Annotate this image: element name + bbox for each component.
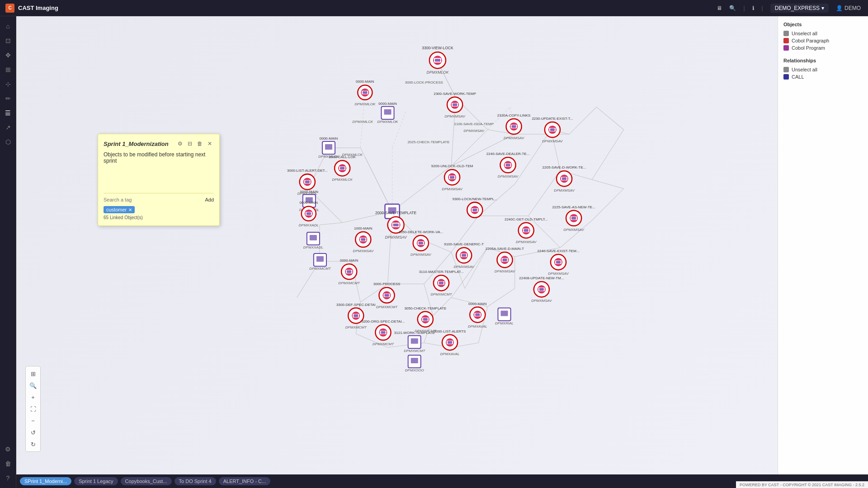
- relationships-section: Relationships Unselect all CALL: [783, 58, 863, 80]
- unselect-all-label: Unselect all: [792, 31, 817, 36]
- monitor-icon: 🖥: [717, 5, 722, 11]
- note-close-btn[interactable]: ✕: [206, 140, 214, 148]
- svg-line-43: [569, 107, 596, 134]
- cobol-prog-item[interactable]: Cobol Program: [783, 45, 863, 51]
- svg-rect-71: [384, 109, 391, 115]
- cobol-prog-color-box: [783, 45, 789, 51]
- svg-rect-184: [524, 229, 528, 232]
- svg-text:3121-WORK-TEMPLATE: 3121-WORK-TEMPLATE: [394, 331, 435, 335]
- note-linked-count: 65 Linked Object(s): [104, 215, 214, 220]
- tab-sprint1-legacy-label: Sprint 1 Legacy: [79, 479, 113, 484]
- svg-text:0000-MAIN: 0000-MAIN: [320, 136, 338, 141]
- svg-text:DPMXMCMT: DPMXMCMT: [345, 325, 367, 329]
- cobol-prog-label: Cobol Program: [792, 45, 825, 51]
- tab-todo-sprint4[interactable]: To DO Sprint 4: [175, 477, 216, 485]
- svg-rect-161: [472, 209, 477, 211]
- unselect-all-rel[interactable]: Unselect all: [783, 67, 863, 72]
- right-panel: Objects Unselect all Cobol Paragraph Cob…: [778, 16, 868, 474]
- demo-user-btn[interactable]: 👤 DEMO: [836, 5, 861, 11]
- svg-text:DPMXAVAL: DPMXAVAL: [468, 324, 487, 328]
- svg-rect-172: [361, 238, 365, 241]
- canvas-toolbar: ⊞ 🔍 + ⛶ − ↺ ↻: [25, 366, 41, 452]
- svg-rect-178: [419, 242, 423, 244]
- svg-rect-211: [347, 270, 351, 273]
- note-resize-handle[interactable]: [214, 220, 219, 225]
- svg-text:DPMXOOO: DPMXOOO: [405, 368, 425, 372]
- refresh-tool-btn[interactable]: ↺: [28, 427, 38, 438]
- sidebar-link[interactable]: ↗: [2, 121, 14, 134]
- svg-text:DPMXMSAV: DPMXMSAV: [464, 129, 485, 133]
- svg-rect-235: [354, 314, 358, 317]
- sidebar-list[interactable]: ☰: [2, 107, 14, 119]
- zoom-in-tool-btn[interactable]: +: [28, 392, 38, 403]
- layers-tool-btn[interactable]: ⊞: [28, 368, 38, 379]
- cobol-para-item[interactable]: Cobol Paragraph: [783, 38, 863, 43]
- svg-text:22408-UPDATE-NEW-TM...: 22408-UPDATE-NEW-TM...: [519, 276, 564, 280]
- tab-alert-info[interactable]: ALERT_INFO - C...: [219, 477, 271, 485]
- zoom-out-tool-btn[interactable]: −: [28, 415, 38, 426]
- svg-rect-247: [475, 314, 480, 316]
- monitor-icon-btn[interactable]: 🖥: [717, 5, 722, 11]
- note-minimize-btn[interactable]: ⊟: [186, 140, 194, 148]
- sidebar-settings[interactable]: ⚙: [2, 443, 14, 455]
- svg-rect-149: [562, 177, 566, 180]
- svg-text:DPMXMSAV: DPMXMSAV: [563, 228, 584, 232]
- call-rel-item[interactable]: CALL: [783, 74, 863, 80]
- tab-copybooks[interactable]: Copybooks_Cust...: [121, 477, 172, 485]
- svg-rect-96: [550, 128, 555, 131]
- network-graph: 3300-VIEW-LOCK DPMXMLOK 3000-LOCK-PROCES…: [16, 16, 868, 474]
- note-add-tag-btn[interactable]: Add: [205, 197, 214, 202]
- fit-tool-btn[interactable]: ⛶: [28, 404, 38, 414]
- sidebar-move[interactable]: ✥: [2, 49, 14, 61]
- svg-rect-223: [539, 288, 544, 291]
- sidebar-select[interactable]: ⊞: [2, 63, 14, 76]
- tab-sprint1-modernization[interactable]: SPrint 1_Moderni...: [20, 477, 71, 485]
- sidebar-trash[interactable]: 🗑: [2, 457, 14, 470]
- note-delete-btn[interactable]: 🗑: [196, 140, 204, 148]
- canvas-area[interactable]: 3300-VIEW-LOCK DPMXMLOK 3000-LOCK-PROCES…: [16, 16, 868, 474]
- search-tool-btn[interactable]: 🔍: [28, 380, 38, 391]
- search-btn[interactable]: 🔍: [729, 5, 736, 11]
- svg-text:DPMXMSAV: DPMXMSAV: [442, 187, 462, 191]
- svg-text:DPMXMSAV: DPMXMSAV: [554, 188, 575, 192]
- svg-text:2240-SAVE-DEALER-TE...: 2240-SAVE-DEALER-TE...: [486, 152, 530, 156]
- sidebar-draw[interactable]: ✏: [2, 92, 14, 105]
- demo-express-btn[interactable]: DEMO_EXPRESS ▾: [770, 4, 829, 13]
- note-settings-btn[interactable]: ⚙: [176, 140, 184, 148]
- unselect-all-objects[interactable]: Unselect all: [783, 31, 863, 36]
- sidebar-connect[interactable]: ⊹: [2, 78, 14, 90]
- sidebar-home[interactable]: ⌂: [2, 20, 14, 33]
- svg-line-13: [451, 216, 478, 252]
- unselect-rel-color-box: [783, 67, 789, 72]
- svg-rect-202: [556, 261, 561, 263]
- svg-text:DPMXMCMT: DPMXMCMT: [404, 349, 425, 353]
- svg-rect-66: [435, 59, 440, 61]
- topbar-right: 🖥 🔍 | ℹ | DEMO_EXPRESS ▾ 👤 DEMO: [717, 4, 868, 13]
- tag-customer[interactable]: customer ✕: [104, 206, 135, 213]
- tag-remove-btn[interactable]: ✕: [128, 207, 132, 212]
- svg-rect-128: [307, 212, 311, 215]
- svg-text:DPMXMSAV: DPMXMSAV: [516, 240, 537, 244]
- search-icon: 🔍: [729, 5, 736, 11]
- svg-text:DPMXMCMT: DPMXMCMT: [430, 292, 452, 296]
- svg-text:2240C-GET-OLD-TMPLT...: 2240C-GET-OLD-TMPLT...: [505, 217, 548, 221]
- svg-text:DPMXMLOK: DPMXMLOK: [427, 70, 449, 75]
- svg-text:DPMXMSAV: DPMXMSAV: [453, 265, 474, 269]
- svg-text:DPMXMSAV: DPMXMSAV: [495, 269, 515, 273]
- sidebar-diagram[interactable]: ⬡: [2, 136, 14, 148]
- svg-rect-251: [501, 311, 508, 316]
- note-popup: Sprint 1_Modernization ⚙ ⊟ 🗑 ✕ Objects t…: [98, 134, 220, 226]
- note-tag-input[interactable]: [104, 197, 202, 202]
- svg-text:DPMXMCMT: DPMXMCMT: [373, 342, 394, 346]
- sidebar-help[interactable]: ?: [2, 472, 14, 484]
- svg-rect-155: [571, 217, 576, 220]
- svg-text:0000-MAIN: 0000-MAIN: [356, 80, 374, 84]
- svg-text:DPMXMLOK: DPMXMLOK: [377, 120, 399, 124]
- tab-sprint1-legacy[interactable]: Sprint 1 Legacy: [74, 477, 118, 485]
- help-btn[interactable]: ℹ: [752, 5, 755, 11]
- demo-label: DEMO: [844, 5, 861, 11]
- svg-text:DPMXMSAV: DPMXMSAV: [548, 272, 569, 276]
- refresh2-tool-btn[interactable]: ↻: [28, 439, 38, 450]
- sidebar-layers[interactable]: ⊡: [2, 34, 14, 47]
- svg-text:0000-MAIN: 0000-MAIN: [340, 258, 359, 263]
